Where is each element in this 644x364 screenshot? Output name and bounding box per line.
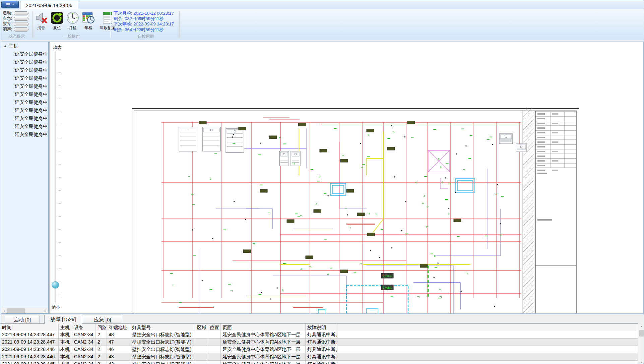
floor-plan-drawing: 安全出口安全出口: [132, 108, 579, 314]
table-row-4[interactable]: 2021-09-09 14:23:28.445本机CAN2-34242壁挂安全出…: [0, 361, 638, 364]
scroll-up-icon[interactable]: ▲: [638, 323, 644, 329]
column-header-6[interactable]: 区域: [195, 324, 208, 331]
column-header-4[interactable]: 终端地址: [107, 324, 130, 331]
selfcheck-group-caption: 自检周期: [114, 34, 178, 39]
event-tab-0[interactable]: 启动 [0]: [5, 316, 40, 324]
column-header-2[interactable]: 设备: [72, 324, 96, 331]
svg-text:安全出口: 安全出口: [382, 275, 392, 278]
scrollbar-thumb[interactable]: [639, 330, 644, 337]
slider-tick: [59, 242, 61, 243]
tree-item-6[interactable]: 延安全民健身中: [1, 98, 48, 106]
scroll-left-icon[interactable]: ◄: [1, 308, 7, 314]
tree-item-9[interactable]: 延安全民健身中: [1, 122, 48, 130]
monthly-check-icon: [66, 11, 79, 24]
table-cell: 42: [107, 361, 130, 364]
tree-expand-icon[interactable]: ◢: [4, 42, 6, 50]
table-row-2[interactable]: 2021-09-09 14:23:28.446本机CAN2-34246壁挂安全出…: [0, 346, 638, 353]
table-cell: 壁挂安全出口标志灯(智能型): [130, 339, 195, 346]
menu-list-icon: [6, 3, 10, 6]
selfcheck-line-3: 剩余: 364日23时59分11秒: [114, 27, 174, 33]
table-row-1[interactable]: 2021-09-09 14:23:28.447本机CAN2-34247壁挂安全出…: [0, 339, 638, 346]
table-cell: 46: [107, 346, 130, 353]
evacuation-plan-icon: [101, 11, 114, 24]
status-indicator-pill: [14, 27, 28, 32]
toolbar-buttons: 消音复位月检年检疏散预案: [34, 11, 118, 31]
table-cell: 延安全民健身中心体育馆A区地下一层: [221, 353, 306, 360]
toolbar-ribbon: 启动:应急:故障:消声: 状态提示 消音复位月检年检疏散预案 一般操作 下次月检…: [0, 9, 644, 40]
tree-item-1[interactable]: 延安全民健身中: [1, 58, 48, 66]
scroll-right-icon[interactable]: ►: [43, 308, 48, 314]
tree-item-0[interactable]: 延安全民健身中: [1, 50, 48, 58]
table-cell: [337, 331, 638, 338]
slider-tick: [59, 85, 61, 86]
toolbar-button-label: 年检: [81, 25, 96, 31]
monthly-check-button[interactable]: 月检: [65, 11, 80, 31]
scrollbar-track[interactable]: [7, 308, 43, 314]
datetime-tab[interactable]: 2021-09-09 14:24:06: [20, 1, 78, 9]
table-row-3[interactable]: 2021-09-09 14:23:28.446本机CAN2-34243壁挂安全出…: [0, 353, 638, 361]
slider-tick: [59, 282, 61, 282]
table-cell: 灯具通讯中断。: [306, 331, 337, 338]
column-header-filler[interactable]: [337, 324, 638, 331]
host-tree-panel: ◢ 主机 延安全民健身中延安全民健身中延安全民健身中延安全民健身中延安全民健身中…: [1, 42, 49, 314]
event-tab-1[interactable]: 故障 [1529]: [44, 315, 82, 324]
column-header-8[interactable]: 页面: [221, 324, 306, 331]
annual-check-button[interactable]: 年检: [81, 11, 96, 31]
zoom-slider-handle[interactable]: [52, 281, 59, 289]
table-vertical-scrollbar[interactable]: ▲ ▼: [638, 323, 644, 364]
slider-tick: [59, 295, 61, 295]
slider-tick: [59, 125, 61, 125]
tree-root-host[interactable]: ◢ 主机: [1, 42, 48, 50]
slider-tick: [59, 203, 61, 204]
table-cell: CAN2-34: [72, 361, 96, 364]
zoom-slider-track[interactable]: [55, 52, 56, 302]
mute-button[interactable]: 消音: [34, 11, 49, 31]
table-cell: [195, 339, 208, 346]
status-row-3: 消声:: [3, 27, 28, 32]
tree-item-4[interactable]: 延安全民健身中: [1, 82, 48, 90]
table-cell: 48: [107, 331, 130, 338]
column-header-0[interactable]: 时间: [0, 324, 59, 331]
status-row-1: 应急:: [3, 16, 28, 21]
table-cell: 灯具通讯中断。: [306, 353, 337, 360]
scroll-down-icon[interactable]: ▼: [638, 359, 644, 364]
column-header-5[interactable]: 灯具型号: [130, 324, 195, 331]
tree-item-2[interactable]: 延安全民健身中: [1, 66, 48, 74]
tree-item-3[interactable]: 延安全民健身中: [1, 74, 48, 82]
tree-item-7[interactable]: 延安全民健身中: [1, 106, 48, 114]
table-cell: 2021-09-09 14:23:28.446: [0, 353, 59, 360]
column-header-1[interactable]: 主机: [59, 324, 72, 331]
column-header-7[interactable]: 位置: [208, 324, 221, 331]
toolbar-button-label: 消音: [34, 25, 49, 31]
status-label: 消声:: [3, 26, 14, 32]
table-header: 时间主机设备回路终端地址灯具型号区域位置页面故障说明: [0, 323, 638, 331]
table-cell: [195, 353, 208, 360]
table-cell: 2: [96, 353, 107, 360]
sidebar-horizontal-scrollbar[interactable]: ◄ ►: [1, 308, 48, 313]
table-cell: 本机: [59, 353, 72, 360]
status-indicator-group: 启动:应急:故障:消声:: [3, 11, 28, 32]
table-cell: [195, 346, 208, 353]
table-cell: CAN2-34: [72, 346, 96, 353]
table-cell: 2: [96, 331, 107, 338]
selfcheck-line-0: 下次月检: 2021-10-12 00:23:17: [114, 11, 174, 16]
tree-item-10[interactable]: 延安全民健身中: [1, 130, 48, 138]
slider-tick: [59, 177, 61, 178]
main-menu-button[interactable]: ▼: [1, 1, 19, 8]
event-tab-2[interactable]: 应急 [0]: [83, 316, 122, 324]
slider-tick: [59, 138, 61, 138]
mute-icon: [35, 11, 48, 24]
tree-item-5[interactable]: 延安全民健身中: [1, 90, 48, 98]
status-indicator-pill: [14, 11, 28, 15]
status-row-0: 启动:: [3, 11, 28, 16]
column-header-9[interactable]: 故障说明: [306, 324, 337, 331]
app-window: ▼ 2021-09-09 14:24:06 启动:应急:故障:消声: 状态提示 …: [0, 0, 644, 364]
table-cell: 壁挂安全出口标志灯(智能型): [130, 346, 195, 353]
table-row-0[interactable]: 2021-09-09 14:23:28.447本机CAN2-34248壁挂安全出…: [0, 331, 638, 339]
column-header-3[interactable]: 回路: [96, 324, 107, 331]
slider-tick: [59, 268, 61, 269]
group-separator: [110, 11, 111, 38]
scrollbar-thumb[interactable]: [7, 308, 25, 313]
reset-button[interactable]: 复位: [50, 11, 64, 31]
tree-item-8[interactable]: 延安全民健身中: [1, 114, 48, 122]
